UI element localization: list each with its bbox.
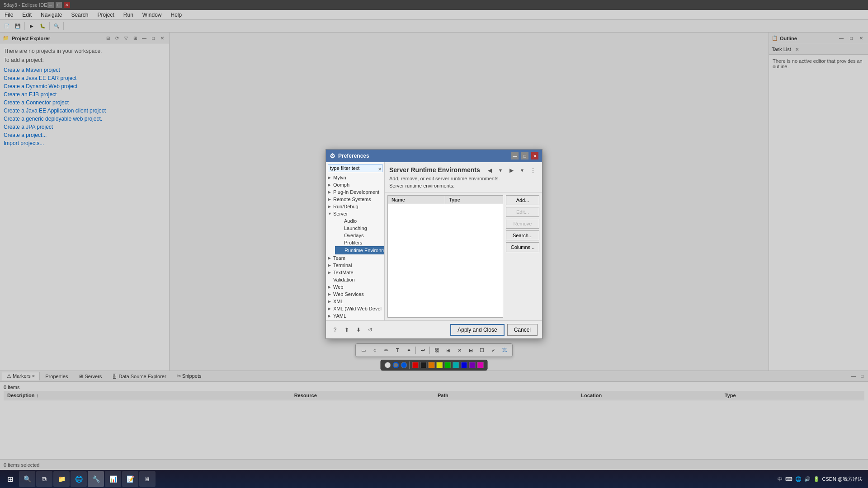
tree-rundebug[interactable]: ▶ Run/Debug — [326, 203, 384, 210]
clear-filter-button[interactable]: ✕ — [378, 167, 382, 172]
search-taskbar-button[interactable]: 🔍 — [19, 471, 35, 487]
taskbar-sys-tray: 中 ⌨ 🌐 🔊 🔋 CSDN @我方译法 — [778, 476, 866, 483]
dialog-title-bar: ⚙ Preferences — □ ✕ — [326, 150, 542, 162]
tree-audio[interactable]: Audio — [335, 217, 384, 225]
pref-content: Server Runtime Environments ◀ ▾ ▶ ▾ ⋮ Ad… — [385, 162, 542, 320]
network-icon: 🌐 — [795, 476, 802, 482]
tree-textmate[interactable]: ▶ TextMate — [326, 269, 384, 276]
tree-mylyn[interactable]: ▶ Mylyn — [326, 174, 384, 181]
expand-arrow-server: ▼ — [328, 211, 333, 216]
dialog-footer: ? ⬆ ⬇ ↺ Apply and Close Cancel — [326, 320, 542, 338]
ime-indicator: 中 — [778, 476, 783, 483]
start-button[interactable]: ⊞ — [2, 471, 18, 487]
tree-xml-wild-label: XML (Wild Web Devel — [333, 306, 382, 311]
content-title: Server Runtime Environments — [389, 166, 480, 174]
tree-xml[interactable]: ▶ XML — [326, 298, 384, 305]
tree-overlays[interactable]: Overlays — [335, 232, 384, 239]
app3-button[interactable]: 🖥 — [139, 471, 156, 487]
file-explorer-button[interactable]: 📁 — [53, 471, 70, 487]
nav-back-dropdown[interactable]: ▾ — [496, 166, 505, 175]
nav-fwd-dropdown[interactable]: ▾ — [518, 166, 527, 175]
tree-team-label: Team — [333, 255, 345, 261]
edit-button[interactable]: Edit... — [506, 207, 539, 217]
dialog-close[interactable]: ✕ — [531, 152, 538, 160]
tree-team[interactable]: ▶ Team — [326, 254, 384, 262]
server-runtime-label: Server runtime environments: — [389, 183, 538, 188]
tree-launching[interactable]: Launching — [335, 225, 384, 232]
remove-button[interactable]: Remove — [506, 219, 539, 229]
tree-web[interactable]: ▶ Web — [326, 283, 384, 291]
cancel-button[interactable]: Cancel — [507, 324, 538, 336]
tree-web-label: Web — [333, 284, 343, 290]
filter-input[interactable] — [328, 164, 382, 172]
expand-arrow-plugin: ▶ — [328, 190, 333, 194]
footer-right-buttons: Apply and Close Cancel — [450, 324, 538, 336]
tree-oomph[interactable]: ▶ Oomph — [326, 181, 384, 188]
task-view-button[interactable]: ⧉ — [36, 471, 52, 487]
browser-button[interactable]: 🌐 — [71, 471, 87, 487]
tree-server-label: Server — [333, 211, 348, 216]
app2-button[interactable]: 📝 — [122, 471, 138, 487]
taskbar: ⊞ 🔍 ⧉ 📁 🌐 🔧 📊 📝 🖥 中 ⌨ 🌐 🔊 🔋 CSDN @我方译法 — [0, 470, 868, 488]
tree-yaml-label: YAML — [333, 313, 346, 319]
help-icon-button[interactable]: ? — [330, 325, 340, 334]
restore-button[interactable]: ↺ — [366, 325, 375, 334]
nav-fwd-button[interactable]: ▶ — [507, 166, 516, 175]
dialog-title: Preferences — [338, 153, 509, 159]
tree-yaml[interactable]: ▶ YAML — [326, 312, 384, 319]
tree-web-services-label: Web Services — [333, 291, 364, 297]
side-buttons: Add... Edit... Remove Search... Columns.… — [506, 192, 542, 320]
content-header-toolbar: ◀ ▾ ▶ ▾ ⋮ — [485, 166, 538, 175]
tree-plugin-label: Plug-in Development — [333, 189, 379, 195]
columns-button[interactable]: Columns... — [506, 242, 539, 252]
battery-icon: 🔋 — [813, 476, 820, 482]
clock-time: CSDN @我方译法 — [822, 476, 863, 483]
content-desc: Add, remove, or edit server runtime envi… — [389, 176, 538, 181]
col-name: Name — [388, 196, 445, 204]
tree-server[interactable]: ▼ Server — [326, 210, 384, 217]
clock: CSDN @我方译法 — [822, 476, 863, 483]
expand-arrow-mylyn: ▶ — [328, 175, 333, 180]
add-button[interactable]: Add... — [506, 195, 539, 205]
pref-content-header: Server Runtime Environments ◀ ▾ ▶ ▾ ⋮ Ad… — [385, 162, 542, 192]
pref-main-area: Name Type Add... Edit... Remove Search..… — [385, 192, 542, 320]
expand-arrow-remote: ▶ — [328, 197, 333, 202]
tree-oomph-label: Oomph — [333, 182, 349, 188]
tree-launching-label: Launching — [344, 225, 367, 231]
tree-validation-label: Validation — [333, 277, 355, 282]
tree-remote-label: Remote Systems — [333, 197, 371, 202]
keyboard-icon: ⌨ — [785, 476, 793, 482]
tree-textmate-label: TextMate — [333, 270, 354, 275]
tree-runtime-env[interactable]: Runtime Environme... — [335, 246, 384, 254]
tree-validation[interactable]: Validation — [326, 276, 384, 283]
tree-terminal[interactable]: ▶ Terminal — [326, 262, 384, 269]
import-button[interactable]: ⬇ — [354, 325, 363, 334]
expand-arrow-oomph: ▶ — [328, 183, 333, 187]
tree-terminal-label: Terminal — [333, 263, 352, 268]
search-button[interactable]: Search... — [506, 230, 539, 240]
tree-scroll: ▶ Mylyn ▶ Oomph ▶ Plug-in Development — [326, 174, 384, 319]
eclipse-button[interactable]: 🔧 — [88, 471, 104, 487]
tree-xml-wild[interactable]: ▶ XML (Wild Web Devel — [326, 305, 384, 312]
tree-profilers-label: Profilers — [344, 240, 362, 245]
tree-web-services[interactable]: ▶ Web Services — [326, 291, 384, 298]
nav-back-button[interactable]: ◀ — [485, 166, 494, 175]
table-header: Name Type — [388, 196, 503, 204]
footer-left-icons: ? ⬆ ⬇ ↺ — [330, 325, 375, 334]
preferences-icon: ⚙ — [330, 152, 335, 160]
dialog-minimize[interactable]: — — [511, 152, 519, 160]
tree-audio-label: Audio — [344, 218, 357, 224]
tree-overlays-label: Overlays — [344, 233, 363, 238]
col-type: Type — [445, 196, 503, 204]
dialog-maximize[interactable]: □ — [521, 152, 528, 160]
preferences-tree: ✕ ▶ Mylyn ▶ Oomph ▶ Pl — [326, 162, 385, 320]
tree-remote[interactable]: ▶ Remote Systems — [326, 196, 384, 203]
content-menu-button[interactable]: ⋮ — [528, 166, 538, 175]
tree-plugin-dev[interactable]: ▶ Plug-in Development — [326, 188, 384, 196]
apply-close-button[interactable]: Apply and Close — [450, 324, 504, 336]
export-button[interactable]: ⬆ — [342, 325, 351, 334]
tree-profilers[interactable]: Profilers — [335, 239, 384, 246]
app1-button[interactable]: 📊 — [105, 471, 121, 487]
tree-rundebug-label: Run/Debug — [333, 204, 359, 209]
speaker-icon: 🔊 — [804, 476, 811, 482]
